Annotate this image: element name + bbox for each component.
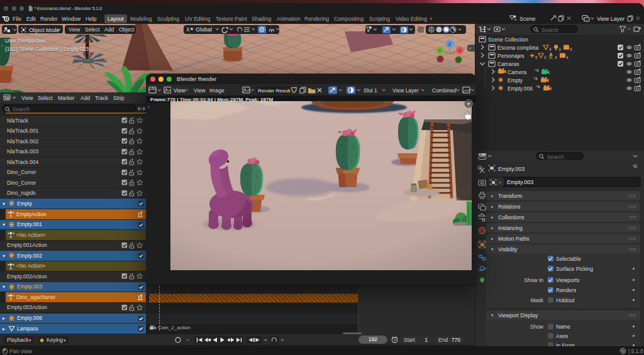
svg-text:Empty.003: Empty.003 — [507, 179, 533, 185]
svg-text:View Layer: View Layer — [597, 16, 625, 22]
svg-text:Z: Z — [448, 42, 452, 46]
svg-text:0: 0 — [544, 55, 547, 60]
svg-text:Scene Collection: Scene Collection — [488, 36, 528, 43]
svg-text:View: View — [174, 87, 186, 94]
svg-text:View Layer: View Layer — [392, 87, 419, 94]
svg-text:Combined: Combined — [432, 87, 457, 94]
svg-text:Global: Global — [196, 26, 212, 33]
svg-text:‹: ‹ — [469, 46, 471, 52]
svg-text:Camaras: Camaras — [497, 61, 519, 67]
svg-text:4: 4 — [566, 55, 569, 60]
svg-text:9: 9 — [570, 47, 572, 52]
svg-text:Image: Image — [209, 87, 225, 94]
svg-text:5: 5 — [535, 55, 538, 60]
svg-text:Y: Y — [438, 48, 441, 53]
svg-text:Scene: Scene — [519, 16, 536, 22]
svg-text:›: › — [1, 43, 3, 48]
svg-text:Slot 1: Slot 1 — [364, 87, 377, 94]
svg-text:Camera: Camera — [508, 69, 527, 75]
svg-text:4: 4 — [549, 47, 552, 52]
svg-text:4: 4 — [555, 55, 557, 60]
svg-text:Empty.006: Empty.006 — [508, 85, 533, 92]
svg-text:Escena completa: Escena completa — [497, 45, 538, 51]
svg-text:Render Result: Render Result — [258, 88, 291, 94]
svg-text:Empty: Empty — [508, 77, 523, 84]
svg-text:Personajes: Personajes — [497, 53, 525, 59]
svg-text:3: 3 — [558, 47, 561, 52]
svg-text:Empty.003: Empty.003 — [498, 166, 525, 172]
svg-text:View: View — [194, 87, 206, 94]
svg-text:X: X — [458, 48, 462, 53]
